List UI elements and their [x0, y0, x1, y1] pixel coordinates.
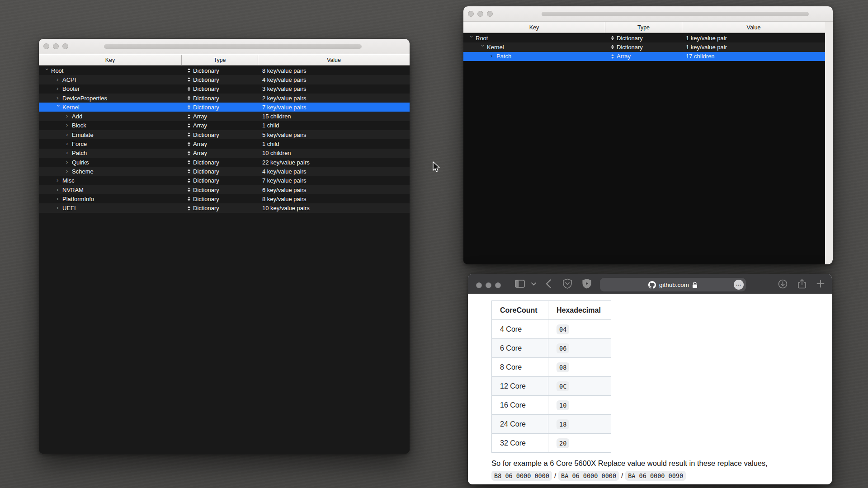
- disclosure-triangle-icon[interactable]: ›: [57, 205, 61, 211]
- column-header-value[interactable]: Value: [682, 22, 825, 33]
- disclosure-triangle-icon[interactable]: ›: [66, 159, 70, 165]
- plist-row[interactable]: ›PatchArray10 children: [39, 149, 410, 158]
- corecount-cell: 32 Core: [492, 434, 548, 453]
- vertical-scrollbar-track[interactable]: [825, 22, 833, 264]
- minimize-icon[interactable]: [53, 43, 59, 49]
- plist-type-label: Array: [193, 122, 207, 129]
- disclosure-triangle-icon[interactable]: ›: [66, 168, 70, 174]
- plist-type-cell[interactable]: Array: [182, 149, 258, 158]
- plist-row[interactable]: ›AddArray15 children: [39, 112, 410, 121]
- plist-type-cell[interactable]: Dictionary: [182, 194, 258, 203]
- plist-type-cell[interactable]: Dictionary: [182, 203, 258, 212]
- shield-privacy-icon[interactable]: [580, 274, 593, 294]
- column-header-key[interactable]: Key: [39, 55, 182, 65]
- zoom-icon[interactable]: [495, 282, 501, 288]
- zoom-icon[interactable]: [487, 11, 493, 17]
- plist-type-cell[interactable]: Array: [182, 139, 258, 148]
- horizontal-scrollbar[interactable]: [104, 44, 362, 49]
- disclosure-triangle-icon[interactable]: ›: [57, 76, 61, 82]
- plist-type-cell[interactable]: Dictionary: [182, 103, 258, 112]
- plist-outline: ›RootDictionary1 key/value pair›KernelDi…: [463, 33, 825, 264]
- plist-row[interactable]: ›KernelDictionary1 key/value pair: [463, 42, 825, 52]
- disclosure-triangle-icon[interactable]: ›: [66, 131, 70, 137]
- plist-type-cell[interactable]: Array: [182, 121, 258, 130]
- corecount-cell: 6 Core: [492, 339, 548, 358]
- plist-type-cell[interactable]: Dictionary: [182, 167, 258, 176]
- plist-type-cell[interactable]: Array: [605, 52, 682, 61]
- disclosure-triangle-icon[interactable]: ›: [57, 196, 61, 202]
- sidebar-icon[interactable]: [513, 274, 527, 294]
- plist-type-cell[interactable]: Dictionary: [605, 42, 682, 52]
- minimize-icon[interactable]: [477, 11, 483, 17]
- plist-type-cell[interactable]: Dictionary: [182, 130, 258, 139]
- plist-row[interactable]: ›UEFIDictionary10 key/value pairs: [39, 203, 410, 212]
- titlebar[interactable]: [39, 39, 410, 54]
- plist-type-cell[interactable]: Dictionary: [182, 75, 258, 84]
- disclosure-triangle-icon[interactable]: ›: [57, 187, 61, 192]
- stepper-up-icon: [611, 36, 614, 38]
- disclosure-triangle-icon[interactable]: ›: [56, 105, 61, 109]
- plist-row[interactable]: ›EmulateDictionary5 key/value pairs: [39, 130, 410, 139]
- replace-value-code: BA 06 0000 0090: [625, 471, 686, 481]
- plist-row[interactable]: ›RootDictionary1 key/value pair: [463, 33, 825, 42]
- paragraph-text: So for example a 6 Core 5600X Replace va…: [491, 459, 768, 468]
- share-icon[interactable]: [796, 274, 808, 294]
- plist-type-cell[interactable]: Dictionary: [182, 94, 258, 103]
- horizontal-scrollbar[interactable]: [542, 12, 809, 16]
- plist-row[interactable]: ›ACPIDictionary4 key/value pairs: [39, 75, 410, 84]
- page-settings-icon[interactable]: •••: [734, 280, 744, 290]
- plist-row[interactable]: ›BooterDictionary3 key/value pairs: [39, 84, 410, 94]
- column-header-value[interactable]: Value: [258, 55, 410, 65]
- column-header-type[interactable]: Type: [182, 55, 258, 65]
- disclosure-triangle-icon[interactable]: ›: [469, 36, 475, 40]
- disclosure-triangle-icon[interactable]: ›: [57, 85, 61, 91]
- plist-type-cell[interactable]: Dictionary: [182, 185, 258, 194]
- downloads-icon[interactable]: [777, 274, 788, 294]
- back-icon[interactable]: [543, 274, 553, 294]
- disclosure-triangle-icon[interactable]: ›: [66, 122, 70, 128]
- titlebar[interactable]: [463, 6, 833, 22]
- plist-row[interactable]: ›QuirksDictionary22 key/value pairs: [39, 158, 410, 167]
- disclosure-triangle-icon[interactable]: ›: [57, 177, 61, 183]
- disclosure-triangle-icon[interactable]: ›: [44, 68, 50, 72]
- new-tab-icon[interactable]: [815, 274, 826, 294]
- plist-row[interactable]: ›SchemeDictionary4 key/value pairs: [39, 167, 410, 176]
- disclosure-triangle-icon[interactable]: ›: [66, 113, 70, 119]
- shield-check-icon[interactable]: [561, 274, 574, 294]
- plist-row[interactable]: ›KernelDictionary7 key/value pairs: [39, 103, 410, 112]
- disclosure-triangle-icon[interactable]: ›: [66, 150, 70, 155]
- close-icon[interactable]: [468, 11, 474, 17]
- plist-row[interactable]: ›PlatformInfoDictionary8 key/value pairs: [39, 194, 410, 203]
- plist-row[interactable]: ›PatchArray17 children: [463, 52, 825, 61]
- address-bar[interactable]: github.com •••: [600, 278, 746, 291]
- column-header-type[interactable]: Type: [605, 22, 682, 33]
- close-icon[interactable]: [476, 282, 482, 288]
- github-logo-icon: [648, 281, 656, 289]
- column-header-key[interactable]: Key: [463, 22, 605, 33]
- hex-code-value: 06: [557, 343, 569, 353]
- plist-key-cell: ›ACPI: [39, 75, 182, 84]
- close-icon[interactable]: [43, 43, 49, 49]
- plist-row[interactable]: ›MiscDictionary7 key/value pairs: [39, 176, 410, 185]
- plist-row[interactable]: ›DevicePropertiesDictionary2 key/value p…: [39, 94, 410, 103]
- plist-row[interactable]: ›RootDictionary8 key/value pairs: [39, 66, 410, 75]
- plist-key-label: Misc: [62, 177, 75, 184]
- plist-row[interactable]: ›NVRAMDictionary6 key/value pairs: [39, 185, 410, 194]
- plist-key-cell: ›UEFI: [39, 203, 182, 212]
- plist-type-cell[interactable]: Dictionary: [182, 84, 258, 94]
- disclosure-triangle-icon[interactable]: ›: [66, 141, 70, 146]
- chevron-down-icon[interactable]: [530, 274, 537, 294]
- disclosure-triangle-icon[interactable]: ›: [491, 53, 495, 59]
- plist-row[interactable]: ›ForceArray1 child: [39, 139, 410, 148]
- minimize-icon[interactable]: [486, 282, 491, 288]
- plist-type-cell[interactable]: Dictionary: [182, 176, 258, 185]
- plist-type-cell[interactable]: Array: [182, 112, 258, 121]
- disclosure-triangle-icon[interactable]: ›: [57, 95, 61, 101]
- disclosure-triangle-icon[interactable]: ›: [480, 45, 486, 49]
- plist-type-cell[interactable]: Dictionary: [182, 158, 258, 167]
- plist-type-cell[interactable]: Dictionary: [605, 33, 682, 42]
- plist-type-cell[interactable]: Dictionary: [182, 66, 258, 75]
- plist-row[interactable]: ›BlockArray1 child: [39, 121, 410, 130]
- hexadecimal-cell: 20: [548, 434, 611, 453]
- zoom-icon[interactable]: [62, 43, 68, 49]
